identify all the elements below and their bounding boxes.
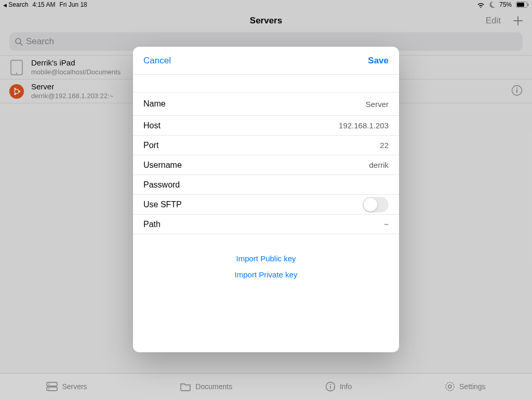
field-label: Port bbox=[143, 141, 158, 150]
import-private-key-link[interactable]: Import Private key bbox=[235, 270, 298, 279]
field-username[interactable]: Username derrik bbox=[133, 155, 399, 175]
field-password[interactable]: Password bbox=[133, 175, 399, 195]
field-port[interactable]: Port 22 bbox=[133, 136, 399, 155]
save-button[interactable]: Save bbox=[368, 56, 389, 66]
field-value[interactable]: ~ bbox=[384, 220, 389, 229]
field-label: Name bbox=[143, 99, 166, 109]
field-host[interactable]: Host 192.168.1.203 bbox=[133, 116, 399, 136]
cancel-button[interactable]: Cancel bbox=[143, 56, 171, 66]
field-label: Username bbox=[143, 161, 182, 170]
field-label: Password bbox=[143, 180, 180, 190]
field-name[interactable]: Name Server bbox=[133, 92, 399, 116]
field-label: Host bbox=[143, 121, 161, 130]
sftp-toggle[interactable] bbox=[363, 197, 389, 212]
field-value[interactable]: derrik bbox=[369, 161, 389, 169]
field-use-sftp: Use SFTP bbox=[133, 195, 399, 215]
field-value[interactable]: 22 bbox=[380, 141, 389, 150]
server-edit-modal: Cancel Save Name Server Host 192.168.1.2… bbox=[133, 47, 399, 352]
field-label: Path bbox=[143, 220, 161, 229]
field-value[interactable]: Server bbox=[366, 100, 389, 109]
field-value[interactable]: 192.168.1.203 bbox=[339, 121, 389, 130]
field-path[interactable]: Path ~ bbox=[133, 215, 399, 234]
import-public-key-link[interactable]: Import Public key bbox=[236, 254, 296, 263]
field-label: Use SFTP bbox=[143, 200, 182, 209]
